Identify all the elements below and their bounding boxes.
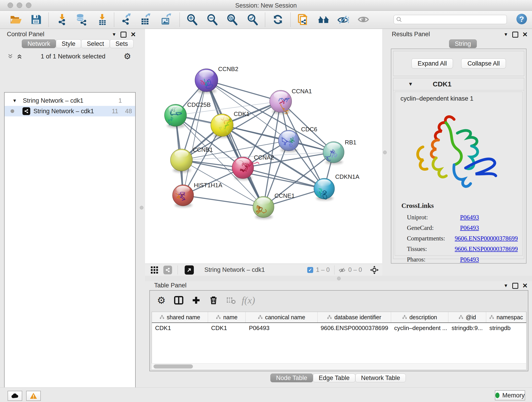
crosslink-link[interactable]: 9606.ENSP00000378699 — [455, 245, 518, 253]
expand-all-icon[interactable] — [17, 53, 22, 59]
table-settings-gear-icon[interactable]: ⚙ — [155, 294, 167, 306]
results-panel-close-icon[interactable]: ✕ — [522, 31, 528, 38]
table-cell[interactable]: stringdb:9... — [448, 323, 486, 333]
network-node-ccnb1[interactable] — [171, 149, 192, 172]
control-panel-float-icon[interactable] — [120, 32, 127, 38]
collapse-all-icon[interactable] — [7, 53, 13, 59]
warning-button[interactable] — [26, 391, 41, 401]
home-icon[interactable] — [317, 13, 330, 26]
network-options-gear-icon[interactable]: ⚙ — [124, 52, 131, 61]
column-header[interactable]: database identifier — [317, 312, 391, 322]
export-table-icon[interactable] — [139, 13, 152, 26]
open-session-icon[interactable] — [9, 13, 22, 26]
import-table-icon[interactable] — [96, 13, 109, 26]
table-cell[interactable]: cyclin–dependent ... — [391, 323, 448, 333]
network-canvas[interactable]: CCNB2CCNA1CDC25BCDK1CDC6RB1CCNB1CCNA2CDK… — [145, 29, 382, 264]
network-node-ccna1[interactable] — [270, 90, 292, 114]
tab-select[interactable]: Select — [81, 39, 110, 48]
crosslink-row: Uniprot:P06493 — [407, 212, 518, 223]
tree-expander-icon[interactable]: ▼ — [12, 98, 17, 103]
hidden-eye-icon[interactable] — [338, 266, 346, 274]
column-header[interactable]: canonical name — [246, 312, 317, 322]
left-splitter-handle[interactable] — [140, 206, 143, 210]
search-input[interactable] — [402, 16, 504, 23]
fit-selection-crosshair-icon[interactable] — [370, 265, 379, 274]
tab-network-table[interactable]: Network Table — [355, 374, 406, 382]
help-button[interactable]: ? — [516, 14, 527, 24]
hide-selected-eye-icon[interactable] — [336, 13, 349, 26]
expand-all-button[interactable]: Expand All — [412, 58, 453, 69]
collapse-all-button[interactable]: Collapse All — [461, 58, 506, 69]
tab-style[interactable]: Style — [56, 39, 81, 48]
tab-network[interactable]: Network — [22, 39, 56, 48]
crosslink-link[interactable]: P06493 — [460, 224, 479, 231]
delete-column-trash-icon[interactable] — [208, 294, 220, 306]
network-node-hist1h1a[interactable] — [172, 185, 194, 207]
node-label-ccne1: CCNE1 — [274, 192, 295, 199]
tab-node-table[interactable]: Node Table — [270, 374, 313, 382]
toolbar-separator — [114, 13, 114, 27]
table-panel-float-icon[interactable] — [512, 283, 518, 289]
table-panel-menu-icon[interactable]: ▼ — [504, 283, 508, 288]
cdk1-section-header[interactable]: ▼ CDK1 — [393, 78, 524, 90]
network-node-ccne1[interactable] — [253, 196, 274, 219]
horizontal-splitter[interactable] — [145, 276, 532, 281]
zoom-selected-icon[interactable] — [246, 13, 259, 26]
table-horizontal-scrollbar[interactable] — [152, 363, 526, 370]
tab-string[interactable]: String — [449, 39, 477, 48]
save-session-icon[interactable] — [30, 13, 42, 26]
network-node-rb1[interactable] — [323, 142, 344, 164]
table-panel-close-icon[interactable]: ✕ — [522, 282, 528, 289]
table-row[interactable]: CDK1CDK1P064939606.ENSP00000378699cyclin… — [152, 323, 526, 333]
memory-button[interactable]: Memory — [495, 390, 525, 400]
right-splitter-handle[interactable] — [383, 151, 387, 154]
network-node-cdc25b[interactable] — [165, 104, 186, 128]
section-collapse-icon[interactable]: ▼ — [408, 81, 413, 87]
add-column-icon[interactable] — [190, 294, 202, 306]
table-cell[interactable]: CDK1 — [208, 323, 246, 333]
column-header[interactable]: name — [208, 312, 246, 322]
cloud-button[interactable] — [7, 391, 22, 401]
crosslink-link[interactable]: P06493 — [460, 214, 479, 221]
network-node-cdk1[interactable] — [211, 114, 233, 138]
network-node-cdc6[interactable] — [278, 130, 299, 152]
column-header[interactable]: description — [391, 312, 448, 322]
column-header[interactable]: @id — [448, 312, 486, 322]
column-header[interactable]: shared name — [152, 312, 208, 322]
import-network-icon[interactable] — [56, 13, 69, 26]
results-panel-menu-icon[interactable]: ▼ — [504, 32, 508, 37]
selected-checkbox-icon[interactable]: ✓ — [307, 267, 313, 273]
table-cell[interactable]: P06493 — [246, 323, 317, 333]
horizontal-splitter-handle[interactable] — [337, 277, 341, 280]
network-row-selected[interactable]: String Network – cdk1 11 48 — [5, 106, 135, 116]
export-network-icon[interactable] — [120, 13, 133, 26]
control-panel-close-icon[interactable]: ✕ — [131, 31, 136, 38]
zoom-fit-icon[interactable] — [226, 13, 239, 26]
network-share-icon[interactable] — [163, 266, 172, 274]
copy-network-icon[interactable] — [296, 13, 309, 26]
export-image-icon[interactable] — [159, 13, 172, 26]
toolbar-search[interactable] — [394, 15, 507, 24]
node-label-cdc6: CDC6 — [301, 126, 317, 133]
refresh-icon[interactable] — [272, 13, 284, 26]
table-cell[interactable]: CDK1 — [152, 323, 208, 333]
control-panel-menu-icon[interactable]: ▼ — [112, 32, 116, 37]
zoom-out-icon[interactable] — [206, 13, 219, 26]
zoom-in-icon[interactable] — [186, 13, 198, 26]
table-cell[interactable]: 9606.ENSP00000378699 — [317, 323, 391, 333]
crosslink-link[interactable]: 9606.ENSP00000378699 — [455, 235, 518, 242]
results-panel-float-icon[interactable] — [512, 32, 518, 38]
network-node-cdkn1a[interactable] — [314, 178, 335, 200]
tab-sets[interactable]: Sets — [110, 39, 133, 48]
crosslink-link[interactable]: P06493 — [460, 256, 479, 263]
tab-edge-table[interactable]: Edge Table — [313, 374, 355, 382]
birdseye-grid-icon[interactable] — [151, 266, 158, 274]
table-cell[interactable]: stringdb — [486, 323, 526, 333]
network-collection-row[interactable]: ▼ String Network – cdk1 1 — [5, 95, 135, 106]
node-label-cdk1: CDK1 — [234, 110, 249, 117]
scrollbar-thumb[interactable] — [153, 364, 193, 369]
show-columns-icon[interactable] — [173, 294, 185, 306]
column-header[interactable]: namespac — [486, 312, 526, 322]
import-network-from-database-icon[interactable] — [75, 13, 88, 26]
open-in-window-icon[interactable] — [185, 265, 194, 274]
